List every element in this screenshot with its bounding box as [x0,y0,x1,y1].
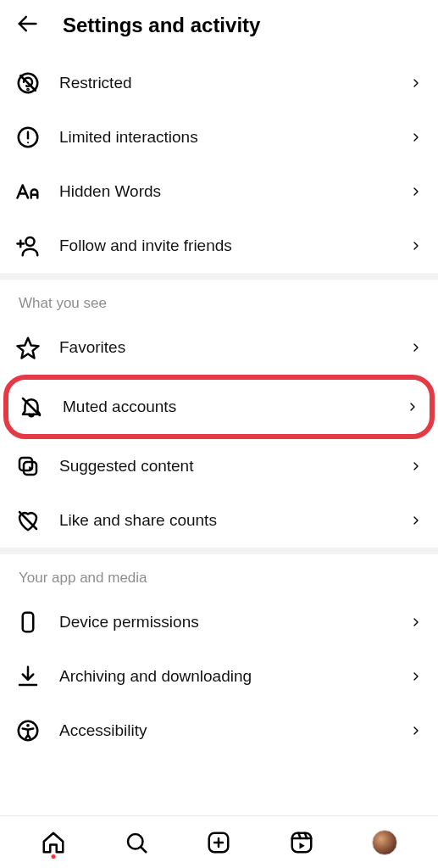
home-icon [41,830,66,855]
highlight-annotation: Muted accounts [3,375,435,439]
restricted-icon [15,70,41,96]
back-button[interactable] [15,12,39,39]
text-aa-icon [15,179,41,204]
row-device-permissions[interactable]: Device permissions [0,595,438,649]
row-label: Archiving and downloading [59,667,391,686]
svg-marker-30 [300,843,305,849]
section-header-app-media: Your app and media [0,554,438,595]
row-follow-invite[interactable]: Follow and invite friends [0,219,438,273]
page-title: Settings and activity [63,14,260,37]
person-add-icon [15,233,41,259]
chevron-right-icon [409,76,423,90]
svg-point-20 [26,724,30,727]
row-label: Device permissions [59,613,391,632]
row-suggested-content[interactable]: Suggested content [0,439,438,493]
section-divider [0,548,438,554]
plus-square-icon [206,830,231,855]
nav-create[interactable] [206,830,231,855]
row-label: Restricted [59,74,391,92]
nav-home[interactable] [41,830,66,855]
svg-line-22 [141,847,146,852]
download-icon [15,664,41,689]
svg-rect-26 [292,832,312,852]
reels-icon [289,830,314,855]
row-label: Follow and invite friends [59,236,391,255]
chevron-right-icon [409,615,423,629]
chevron-right-icon [409,724,423,737]
search-icon [124,830,149,855]
avatar-icon [372,830,397,855]
row-hidden-words[interactable]: Hidden Words [0,164,438,219]
chevron-right-icon [409,514,423,527]
row-label: Muted accounts [63,398,387,416]
svg-marker-10 [18,338,39,359]
row-limited-interactions[interactable]: Limited interactions [0,110,438,164]
row-favorites[interactable]: Favorites [0,320,438,375]
bottom-navigation [0,815,438,868]
chevron-right-icon [409,341,423,354]
nav-reels[interactable] [289,830,314,855]
heart-off-icon [15,508,41,533]
nav-search[interactable] [124,830,149,855]
row-label: Suggested content [59,457,391,476]
star-icon [15,335,41,360]
row-label: Accessibility [59,721,391,740]
device-icon [15,609,41,635]
exclamation-circle-icon [15,125,41,150]
row-muted-accounts[interactable]: Muted accounts [8,380,430,434]
svg-point-6 [27,142,29,143]
row-like-share-counts[interactable]: Like and share counts [0,493,438,548]
chevron-right-icon [409,670,423,683]
settings-list-section: Restricted Limited interactions Hidden W… [0,56,438,273]
svg-point-2 [27,89,28,90]
accessibility-icon [15,718,41,743]
bell-off-icon [19,394,44,420]
section-divider [0,273,438,280]
chevron-right-icon [409,131,423,144]
row-label: Like and share counts [59,511,391,530]
notification-dot [51,854,55,859]
section-header-what-you-see: What you see [0,280,438,320]
row-restricted[interactable]: Restricted [0,56,438,110]
svg-point-7 [26,237,35,246]
row-label: Favorites [59,338,391,357]
settings-list-section: Favorites Muted accounts Suggested conte… [0,320,438,548]
nav-profile[interactable] [372,830,397,855]
row-label: Limited interactions [59,128,391,147]
settings-list-section: Device permissions Archiving and downloa… [0,595,438,758]
page-header: Settings and activity [0,0,438,56]
arrow-left-icon [15,12,39,36]
stacked-media-icon [15,453,41,479]
svg-rect-16 [23,613,34,632]
chevron-right-icon [409,459,423,473]
chevron-right-icon [406,400,419,414]
chevron-right-icon [409,239,423,253]
row-label: Hidden Words [59,182,391,201]
row-accessibility[interactable]: Accessibility [0,704,438,758]
row-archiving-downloading[interactable]: Archiving and downloading [0,649,438,704]
chevron-right-icon [409,185,423,198]
